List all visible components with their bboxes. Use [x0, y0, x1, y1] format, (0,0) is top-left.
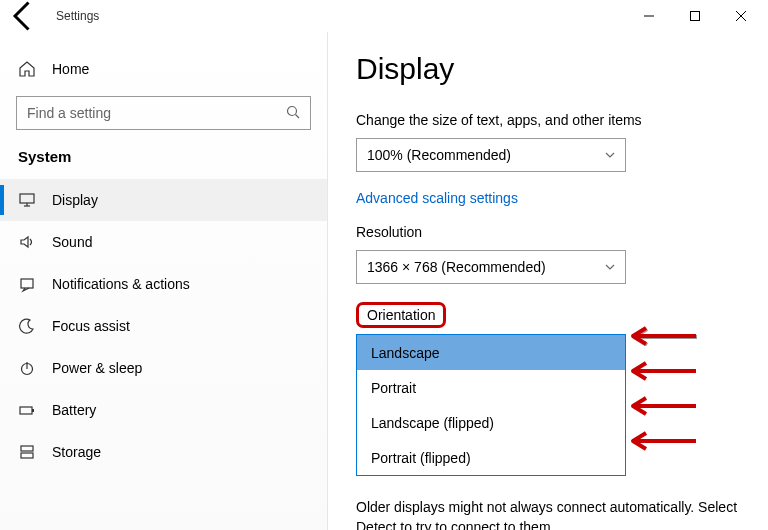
annotation-arrow	[628, 357, 698, 389]
resolution-value: 1366 × 768 (Recommended)	[367, 259, 546, 275]
nav-item-display[interactable]: Display	[0, 179, 327, 221]
power-icon	[18, 359, 36, 377]
scale-label: Change the size of text, apps, and other…	[356, 112, 748, 128]
svg-point-4	[288, 106, 297, 115]
annotation-arrow	[628, 427, 698, 459]
svg-rect-9	[21, 279, 33, 288]
maximize-button[interactable]	[672, 0, 718, 32]
content-area: Display Change the size of text, apps, a…	[328, 32, 768, 530]
storage-icon	[18, 443, 36, 461]
annotation-arrow	[628, 322, 698, 354]
nav-item-label: Battery	[52, 402, 96, 418]
nav-item-focus-assist[interactable]: Focus assist	[0, 305, 327, 347]
resolution-dropdown[interactable]: 1366 × 768 (Recommended)	[356, 250, 626, 284]
orientation-option[interactable]: Landscape (flipped)	[357, 405, 625, 440]
search-icon	[286, 105, 300, 122]
scale-dropdown[interactable]: 100% (Recommended)	[356, 138, 626, 172]
minimize-icon	[644, 11, 654, 21]
nav-item-label: Notifications & actions	[52, 276, 190, 292]
titlebar	[0, 0, 768, 32]
svg-rect-12	[20, 407, 32, 414]
svg-rect-13	[32, 409, 34, 412]
svg-rect-15	[21, 453, 33, 458]
display-icon	[18, 191, 36, 209]
minimize-button[interactable]	[626, 0, 672, 32]
close-icon	[736, 11, 746, 21]
svg-rect-14	[21, 446, 33, 451]
chevron-down-icon	[605, 150, 615, 160]
nav-item-label: Power & sleep	[52, 360, 142, 376]
nav-item-power-sleep[interactable]: Power & sleep	[0, 347, 327, 389]
home-nav[interactable]: Home	[0, 60, 327, 96]
home-label: Home	[52, 61, 89, 77]
svg-rect-1	[691, 12, 700, 21]
nav-item-battery[interactable]: Battery	[0, 389, 327, 431]
nav-item-label: Focus assist	[52, 318, 130, 334]
footer-text: Older displays might not always connect …	[356, 498, 748, 530]
nav-item-label: Sound	[52, 234, 92, 250]
orientation-option[interactable]: Portrait	[357, 370, 625, 405]
notifications-icon	[18, 275, 36, 293]
orientation-option[interactable]: Landscape	[357, 335, 625, 370]
app-title: Settings	[56, 9, 99, 23]
sound-icon	[18, 233, 36, 251]
search-placeholder: Find a setting	[27, 105, 111, 121]
nav-item-storage[interactable]: Storage	[0, 431, 327, 473]
svg-rect-6	[20, 194, 34, 203]
scale-value: 100% (Recommended)	[367, 147, 511, 163]
maximize-icon	[690, 11, 700, 21]
nav-item-sound[interactable]: Sound	[0, 221, 327, 263]
search-input[interactable]: Find a setting	[16, 96, 311, 130]
battery-icon	[18, 401, 36, 419]
orientation-label: Orientation	[356, 302, 446, 328]
svg-line-5	[296, 114, 300, 118]
home-icon	[18, 60, 36, 78]
orientation-option[interactable]: Portrait (flipped)	[357, 440, 625, 475]
chevron-down-icon	[605, 262, 615, 272]
sidebar: Home Find a setting System DisplaySoundN…	[0, 32, 328, 530]
nav-item-notifications-actions[interactable]: Notifications & actions	[0, 263, 327, 305]
advanced-scaling-link[interactable]: Advanced scaling settings	[356, 190, 748, 206]
annotation-arrow	[628, 392, 698, 424]
nav-item-label: Storage	[52, 444, 101, 460]
back-button[interactable]	[6, 0, 42, 32]
arrow-left-icon	[6, 0, 42, 34]
orientation-dropdown-open[interactable]: LandscapePortraitLandscape (flipped)Port…	[356, 334, 626, 476]
close-button[interactable]	[718, 0, 764, 32]
category-heading: System	[0, 148, 327, 179]
resolution-label: Resolution	[356, 224, 748, 240]
nav-item-label: Display	[52, 192, 98, 208]
moon-icon	[18, 317, 36, 335]
page-title: Display	[356, 52, 748, 86]
